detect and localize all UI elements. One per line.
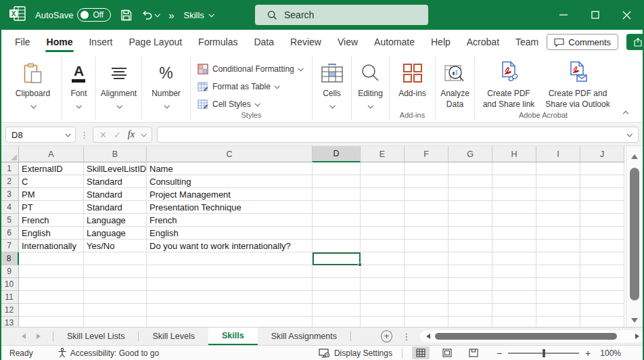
cell-G6[interactable] <box>448 227 492 240</box>
cell-J4[interactable] <box>580 201 624 214</box>
sheet-nav-right-icon[interactable] <box>37 334 41 339</box>
cell-I3[interactable] <box>536 188 580 201</box>
analyze-data-button[interactable]: Analyze Data <box>440 55 469 110</box>
cell-F5[interactable] <box>405 214 448 227</box>
scroll-right-arrow-icon[interactable] <box>635 334 639 339</box>
row-header-11[interactable]: 11 <box>0 291 19 304</box>
minimize-button[interactable] <box>547 0 579 30</box>
cell-B7[interactable]: Yes/No <box>84 240 147 252</box>
cell-B9[interactable] <box>84 265 147 278</box>
cancel-icon[interactable]: ✕ <box>99 130 107 140</box>
row-header-9[interactable]: 9 <box>0 265 19 278</box>
autosave-toggle[interactable]: Off <box>77 8 111 22</box>
formula-bar-expand-icon[interactable] <box>626 131 632 137</box>
row-header-7[interactable]: 7 <box>0 240 19 252</box>
cell-G8[interactable] <box>448 252 492 265</box>
document-title[interactable]: Skills <box>184 10 213 20</box>
cell-F12[interactable] <box>405 304 448 317</box>
cell-D11[interactable] <box>313 291 361 304</box>
tab-help[interactable]: Help <box>423 31 459 53</box>
cell-A6[interactable]: English <box>19 227 84 240</box>
zoom-out-button[interactable]: − <box>497 348 502 359</box>
undo-button[interactable] <box>141 9 159 20</box>
row-header-5[interactable]: 5 <box>0 214 19 227</box>
cell-J7[interactable] <box>580 240 624 252</box>
cell-D6[interactable] <box>313 227 361 240</box>
row-header-1[interactable]: 1 <box>0 162 19 175</box>
cell-H11[interactable] <box>492 291 536 304</box>
cell-E11[interactable] <box>361 291 405 304</box>
cell-A13[interactable] <box>19 317 84 327</box>
cell-E7[interactable] <box>361 240 405 252</box>
row-header-10[interactable]: 10 <box>0 278 19 291</box>
cell-B8[interactable] <box>84 252 147 265</box>
formula-input[interactable] <box>157 127 639 143</box>
cell-C12[interactable] <box>147 304 313 317</box>
tab-acrobat[interactable]: Acrobat <box>459 31 507 53</box>
cell-A8[interactable] <box>19 252 84 265</box>
cell-D4[interactable] <box>313 201 361 214</box>
cell-F11[interactable] <box>405 291 448 304</box>
column-header-G[interactable]: G <box>448 146 492 162</box>
cell-I13[interactable] <box>536 317 580 327</box>
sheet-options-icon[interactable]: ⋮ <box>402 332 411 342</box>
editing-button[interactable]: Editing <box>358 55 383 108</box>
cell-J5[interactable] <box>580 214 624 227</box>
cell-D7[interactable] <box>313 240 361 252</box>
tab-view[interactable]: View <box>329 31 366 53</box>
cell-J1[interactable] <box>580 162 624 175</box>
row-header-13[interactable]: 13 <box>0 317 19 327</box>
cell-J11[interactable] <box>580 291 624 304</box>
cell-H3[interactable] <box>492 188 536 201</box>
cell-G7[interactable] <box>448 240 492 252</box>
cell-F3[interactable] <box>405 188 448 201</box>
cell-B10[interactable] <box>84 278 147 291</box>
cell-C2[interactable]: Consulting <box>147 175 313 188</box>
cell-I7[interactable] <box>536 240 580 252</box>
cell-D8[interactable] <box>313 252 361 265</box>
cell-C3[interactable]: Project Management <box>147 188 313 201</box>
cell-A7[interactable]: Internationally <box>19 240 84 252</box>
cell-I12[interactable] <box>536 304 580 317</box>
zoom-in-button[interactable]: + <box>585 348 591 359</box>
cell-H8[interactable] <box>492 252 536 265</box>
horizontal-scroll-thumb[interactable] <box>435 333 617 340</box>
view-page-layout-button[interactable] <box>438 346 456 359</box>
cell-J8[interactable] <box>580 252 624 265</box>
cell-A12[interactable] <box>19 304 84 317</box>
cell-H5[interactable] <box>492 214 536 227</box>
cell-C13[interactable] <box>147 317 313 327</box>
column-header-H[interactable]: H <box>492 146 536 162</box>
column-header-J[interactable]: J <box>580 146 624 162</box>
cell-E2[interactable] <box>361 175 405 188</box>
cell-G12[interactable] <box>448 304 492 317</box>
cell-B11[interactable] <box>84 291 147 304</box>
zoom-level[interactable]: 100% <box>600 348 621 358</box>
cell-D10[interactable] <box>313 278 361 291</box>
cell-B3[interactable]: Standard <box>84 188 147 201</box>
cells-button[interactable]: Cells <box>321 55 343 108</box>
chevron-down-icon[interactable] <box>155 12 160 17</box>
sheet-tab-skills[interactable]: Skills <box>208 328 258 345</box>
cell-A11[interactable] <box>19 291 84 304</box>
cell-E4[interactable] <box>361 201 405 214</box>
tab-insert[interactable]: Insert <box>80 31 120 53</box>
chevron-down-icon[interactable] <box>65 131 70 137</box>
cell-E3[interactable] <box>361 188 405 201</box>
cell-styles-button[interactable]: Cell Styles <box>191 95 312 112</box>
collapse-ribbon-button[interactable] <box>623 111 628 116</box>
cell-J3[interactable] <box>580 188 624 201</box>
horizontal-scrollbar[interactable] <box>420 330 644 342</box>
sheet-tab-skill-level-lists[interactable]: Skill Level Lists <box>53 328 138 345</box>
cell-F13[interactable] <box>405 317 448 327</box>
cell-C9[interactable] <box>147 265 313 278</box>
display-settings-button[interactable]: Display Settings <box>319 348 392 358</box>
cell-J12[interactable] <box>580 304 624 317</box>
column-header-C[interactable]: C <box>147 146 313 162</box>
cell-D13[interactable] <box>313 317 361 327</box>
cell-A3[interactable]: PM <box>19 188 84 201</box>
cell-G13[interactable] <box>448 317 492 327</box>
format-as-table-button[interactable]: Format as Table <box>191 78 312 95</box>
cell-F6[interactable] <box>405 227 448 240</box>
cell-B4[interactable]: Standard <box>84 201 147 214</box>
